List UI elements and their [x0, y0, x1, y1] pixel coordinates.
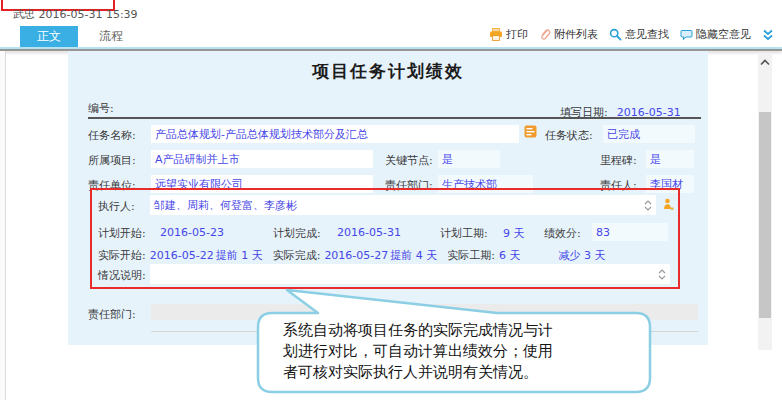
key-node-value: 是: [442, 152, 453, 167]
tab-workflow[interactable]: 流程: [86, 26, 136, 47]
expand-more-chevrons-icon[interactable]: [762, 29, 774, 41]
project-value: A产品研制并上市: [155, 152, 240, 167]
paperclip-icon: [539, 28, 551, 41]
header-divider: [88, 117, 701, 119]
speech-bubble-icon: [680, 29, 693, 41]
note-spinner[interactable]: [658, 269, 666, 280]
highlight-box: 执行人: 邹建、周莉、何登富、李彦彬 计划开始: 2016-05-23 计划完成…: [90, 188, 680, 289]
actual-start-note: 提前 1 天: [216, 248, 263, 263]
printer-icon: [489, 28, 503, 41]
task-picker-icon[interactable]: [524, 125, 537, 138]
task-status-value: 已完成: [607, 127, 640, 142]
chevron-down-icon: [658, 275, 666, 280]
task-status-label: 任务状态:: [545, 128, 593, 143]
plan-finish-label: 计划完成:: [273, 226, 321, 241]
actual-row: 实际开始: 2016-05-22 提前 1 天 实际完成: 2016-05-27…: [98, 248, 672, 263]
plan-start-label: 计划开始:: [98, 226, 146, 241]
scrollbar-thumb[interactable]: [759, 112, 771, 318]
actual-finish-note: 提前 4 天: [390, 248, 437, 263]
vertical-scrollbar[interactable]: [758, 53, 772, 350]
milestone-value: 是: [650, 152, 661, 167]
chevron-down-icon: [644, 206, 652, 211]
callout-line: 者可核对实际执行人并说明有关情况。: [283, 362, 643, 383]
actual-finish-value: 2016-05-27: [324, 249, 388, 262]
executor-value: 邹建、周莉、何登富、李彦彬: [154, 198, 297, 213]
hide-empty-opinions-button[interactable]: 隐藏空意见: [680, 27, 751, 42]
executor-label: 执行人:: [98, 199, 135, 214]
find-opinions-button[interactable]: 意见查找: [609, 27, 669, 42]
actual-start-value: 2016-05-22: [150, 249, 214, 262]
milestone-field: 是: [646, 150, 694, 168]
note-label: 情况说明:: [98, 268, 146, 283]
tab-body[interactable]: 正文: [20, 26, 78, 47]
score-label: 绩效分:: [544, 226, 581, 241]
print-button[interactable]: 打印: [489, 27, 528, 42]
tab-workflow-label: 流程: [99, 28, 123, 45]
callout-text: 系统自动将项目任务的实际完成情况与计 划进行对比，可自动计算出绩效分；使用 者可…: [283, 320, 643, 383]
print-label: 打印: [506, 27, 528, 42]
plan-duration-label: 计划工期:: [440, 226, 488, 241]
key-node-field: 是: [438, 150, 500, 168]
tab-body-label: 正文: [37, 28, 61, 45]
attachment-list-button[interactable]: 附件列表: [539, 27, 598, 42]
chevron-up-icon: [644, 200, 652, 205]
app-window: 武忠 2016-05-31 15:39 正文 流程 打印 附件列表: [0, 0, 782, 400]
note-field[interactable]: [150, 264, 670, 284]
key-node-label: 关键节点:: [385, 153, 433, 168]
toolbar: 打印 附件列表 意见查找 隐藏空意见: [489, 27, 774, 42]
plan-duration-value: 9 天: [503, 226, 525, 241]
number-label: 编号:: [88, 101, 114, 116]
plan-start-value: 2016-05-23: [160, 226, 224, 239]
executor-spinner[interactable]: [644, 200, 652, 211]
plan-finish-value: 2016-05-31: [337, 226, 401, 239]
actual-duration-value: 6 天: [499, 248, 521, 263]
score-value: 83: [596, 226, 610, 239]
attachment-list-label: 附件列表: [554, 27, 598, 42]
task-name-label: 任务名称:: [88, 128, 136, 143]
form-area: 项目任务计划绩效 编号: 填写日期: 2016-05-31 任务名称: 产品总体…: [68, 51, 708, 345]
score-field: 83: [592, 223, 668, 241]
executor-field[interactable]: 邹建、周莉、何登富、李彦彬: [150, 195, 656, 215]
person-picker-icon[interactable]: [663, 198, 674, 211]
project-field[interactable]: A产品研制并上市: [151, 150, 373, 168]
project-label: 所属项目:: [88, 153, 136, 168]
chevron-up-icon: [658, 269, 666, 274]
task-status-field: 已完成: [603, 125, 695, 143]
form-title: 项目任务计划绩效: [68, 60, 708, 83]
bottom-dept-label: 责任部门:: [88, 307, 136, 322]
left-edge-strip: [0, 51, 6, 400]
duration-change-value: 减少 3 天: [559, 248, 606, 263]
actual-duration-label: 实际工期:: [447, 248, 495, 263]
actual-start-label: 实际开始:: [98, 248, 146, 263]
author-timestamp: 武忠 2016-05-31 15:39: [13, 7, 138, 22]
callout-line: 系统自动将项目任务的实际完成情况与计: [283, 320, 643, 341]
milestone-label: 里程碑:: [600, 153, 637, 168]
find-opinions-label: 意见查找: [625, 27, 669, 42]
task-name-field[interactable]: 产品总体规划-产品总体规划技术部分及汇总: [151, 125, 519, 143]
magnifier-icon: [609, 28, 622, 41]
task-name-value: 产品总体规划-产品总体规划技术部分及汇总: [155, 127, 368, 142]
hide-empty-opinions-label: 隐藏空意见: [696, 27, 751, 42]
callout-line: 划进行对比，可自动计算出绩效分；使用: [283, 341, 643, 362]
actual-finish-label: 实际完成:: [273, 248, 321, 263]
bottom-dept-field[interactable]: [151, 304, 698, 320]
scroll-up-arrow-icon[interactable]: [760, 59, 770, 66]
